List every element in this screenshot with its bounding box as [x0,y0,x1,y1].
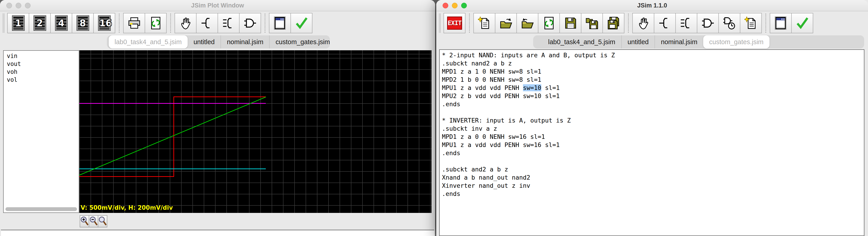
code-line: MPD2 1 b 0 0 NENH sw=8 sl=1 [442,76,864,84]
signal-item-vol[interactable]: vol [7,76,79,84]
open-file-button[interactable] [495,13,517,33]
pan-hand-icon [179,17,192,30]
apply-check-button[interactable] [290,13,312,33]
gate-clock-icon [723,17,736,30]
close-button[interactable] [6,3,12,8]
multi-probe-button[interactable] [218,13,240,33]
new-file-button[interactable] [473,13,495,33]
plot-panes-8-button[interactable]: 8 [72,13,94,33]
signal-item-vin[interactable]: vin [7,52,79,60]
zoom-button[interactable] [461,3,467,8]
trace-vout [174,96,266,97]
tab-lab0-task4-and-5[interactable]: lab0_task4_and_5.jsim [109,35,188,49]
tab-untitled[interactable]: untitled [188,35,221,49]
print-button[interactable] [123,13,145,33]
new-file-icon [478,17,491,30]
code-line: * 2-input NAND: inputs are A and B, outp… [442,51,864,59]
signal-item-vout[interactable]: vout [7,60,79,68]
tab-untitled[interactable]: untitled [621,35,655,49]
code-line: * INVERTER: input is A, output is Z [442,116,864,124]
traffic-lights [6,3,31,8]
signal-list-panel: vin vout voh vol [3,50,79,213]
reload-icon [542,17,556,30]
code-line: .subckt and2 a b z [442,165,864,174]
save-all-button[interactable] [602,13,624,33]
toolbar-separator [766,13,766,33]
plot-zoom-bar [80,215,107,227]
probe-button[interactable] [196,13,218,33]
code-line: Xnand a b nand_out nand2 [442,174,864,182]
gate-button[interactable] [239,13,261,33]
tab-nominal[interactable]: nominal.jsim [654,35,703,49]
probe-icon [658,17,672,30]
traffic-lights [443,3,467,8]
pan-button[interactable] [632,13,654,33]
tab-nominal[interactable]: nominal.jsim [220,35,269,49]
save-as-button[interactable] [581,13,603,33]
pan-hand-icon [637,17,650,30]
editor-window-titlebar[interactable]: JSim 1.1.0 [436,0,868,11]
toolbar-separator [265,13,265,33]
plot-panes-4-button[interactable]: 4 [50,13,72,33]
plot-panes-1-button[interactable]: 1 [7,13,29,33]
plot-panes-2-button[interactable]: 2 [29,13,51,33]
zoom-button[interactable] [25,3,31,8]
code-line: MPU1 z a vdd vdd PENH sw=16 sl=1 [442,141,864,149]
tab-custom-gates[interactable]: custom_gates.jsim [703,35,769,49]
netlist-button[interactable] [740,13,762,33]
tab-custom-gates[interactable]: custom_gates.jsim [269,35,336,49]
minimize-button[interactable] [16,3,21,8]
plot-toolbar: 1 2 4 8 16 [0,11,435,35]
save-as-icon [585,17,598,30]
tab-lab0-task4-and-5[interactable]: lab0_task4_and_5.jsim [542,35,621,49]
toolbar-drag-handle[interactable] [3,13,5,33]
open-folder-back-icon [521,17,534,30]
plot-canvas[interactable]: V: 500mV/div, H: 200mV/div [79,50,432,213]
horizontal-scrollbar-thumb[interactable] [5,207,77,211]
plot-panes-16-button[interactable]: 16 [93,13,115,33]
probe-button[interactable] [654,13,676,33]
multi-probe-icon [222,17,235,30]
signal-item-voh[interactable]: voh [7,68,79,76]
code-line: Xinverter nand_out z inv [442,182,864,190]
apply-check-button[interactable] [791,13,813,33]
code-line: MPU2 z b vdd vdd PENH sw=10 sl=1 [442,92,864,100]
scale-label: V: 500mV/div, H: 200mV/div [81,204,173,211]
gate-icon [244,17,257,30]
plot-panes-8-icon: 8 [77,16,89,30]
zoom-in-button[interactable] [80,215,89,227]
exit-icon: EXIT [447,17,462,30]
code-editor[interactable]: * 2-input NAND: inputs are A and B, outp… [439,49,864,236]
toolbar-drag-handle[interactable] [439,13,441,33]
plot-window-titlebar[interactable]: JSim Plot Window [0,0,435,11]
reload-netlist-button[interactable] [538,13,560,33]
code-line: .ends [442,149,864,157]
minimize-button[interactable] [452,3,458,8]
trace-voh [79,103,266,104]
plot-tab-bar: lab0_task4_and_5.jsim untitled nominal.j… [0,35,435,49]
code-line: MPD1 z a 1 0 NENH sw=8 sl=1 [442,67,864,76]
trace-vol [79,169,266,169]
code-line: MPU1 z a vdd vdd PENH sw=10 sl=1 [442,84,864,92]
gate-button[interactable] [697,13,719,33]
gate-timing-button[interactable] [718,13,740,33]
revert-file-button[interactable] [517,13,538,33]
window-icon [274,17,287,30]
plot-panes-4-icon: 4 [56,16,67,30]
zoom-out-button[interactable] [89,215,98,227]
exit-button[interactable]: EXIT [443,13,465,33]
close-button[interactable] [443,3,448,8]
zoom-out-icon [89,216,98,227]
window-title: JSim Plot Window [0,0,435,11]
gate-icon [701,17,714,30]
reload-plot-button[interactable] [145,13,167,33]
plot-window-button[interactable] [269,13,291,33]
editor-window-button[interactable] [770,13,792,33]
save-button[interactable] [559,13,581,33]
pan-button[interactable] [175,13,196,33]
netlist-icon [744,17,757,30]
zoom-fit-button[interactable] [98,215,107,227]
zoom-fit-icon [98,216,107,227]
plot-panes-2-icon: 2 [34,16,46,30]
multi-probe-button[interactable] [675,13,697,33]
